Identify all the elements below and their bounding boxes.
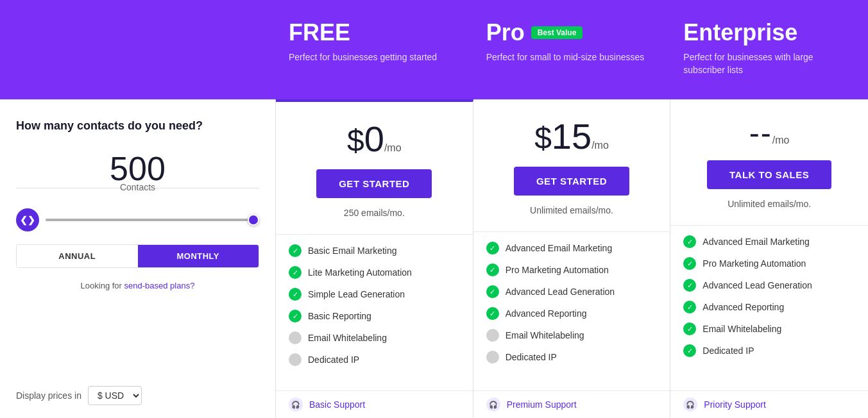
- pro-price-number: 15: [552, 116, 591, 156]
- disabled-icon: [486, 351, 499, 364]
- enterprise-feature-label-2: Pro Marketing Automation: [702, 258, 806, 269]
- slider-chevron-icon: ❮❯: [20, 215, 35, 225]
- send-based-text: Looking for send-based plans?: [16, 281, 259, 290]
- check-icon: ✓: [289, 266, 302, 279]
- pro-feature-5: Email Whitelabeling: [486, 329, 658, 342]
- enterprise-feature-5: ✓ Email Whitelabeling: [683, 322, 855, 335]
- best-value-badge: Best Value: [531, 26, 583, 39]
- pro-title-text: Pro: [486, 19, 525, 46]
- free-feature-label-5: Email Whitelabeling: [308, 333, 387, 343]
- enterprise-cta-button[interactable]: TALK TO SALES: [707, 160, 831, 189]
- monthly-toggle-btn[interactable]: MONTHLY: [138, 245, 259, 267]
- pro-features-section: ✓ Advanced Email Marketing ✓ Pro Marketi…: [473, 232, 670, 373]
- pro-price-display: $15/mo: [486, 115, 658, 157]
- free-plan-title: free: [289, 19, 461, 46]
- check-icon: ✓: [486, 285, 499, 298]
- enterprise-feature-3: ✓ Advanced Lead Generation: [683, 279, 855, 292]
- header-empty-cell: [0, 13, 276, 87]
- free-feature-3: ✓ Simple Lead Generation: [289, 288, 460, 301]
- enterprise-header-cell: Enterprise Perfect for businesses with l…: [670, 13, 868, 87]
- free-price-symbol: $: [347, 124, 364, 158]
- header-row: free Perfect for businesses getting star…: [0, 0, 868, 99]
- check-icon: ✓: [289, 288, 302, 301]
- enterprise-price-per: /mo: [772, 135, 790, 146]
- left-panel: How many contacts do you need? 500 Conta…: [0, 99, 276, 418]
- check-icon: ✓: [683, 301, 696, 314]
- slider-wrapper: ❮❯: [16, 208, 259, 231]
- free-feature-label-2: Lite Marketing Automation: [308, 267, 412, 278]
- page-wrapper: free Perfect for businesses getting star…: [0, 0, 868, 418]
- currency-select[interactable]: $ USD: [88, 386, 142, 405]
- pro-support-label: Premium Support: [507, 399, 577, 410]
- pro-feature-label-1: Advanced Email Marketing: [506, 243, 613, 253]
- pro-plan-column: $15/mo GET STARTED Unlimited emails/mo. …: [473, 99, 671, 418]
- disabled-icon: [486, 329, 499, 342]
- free-plan-column: $0/mo GET STARTED 250 emails/mo. ✓ Basic…: [276, 99, 473, 418]
- send-based-link[interactable]: send-based plans?: [124, 281, 195, 290]
- pro-price-symbol: $: [534, 121, 552, 155]
- free-cta-button[interactable]: GET STARTED: [316, 169, 432, 198]
- enterprise-plan-subtitle: Perfect for businesses with large subscr…: [683, 51, 855, 76]
- check-icon: ✓: [486, 263, 499, 276]
- slider-track[interactable]: [46, 219, 259, 221]
- slider-thumb: [248, 214, 259, 226]
- annual-toggle-btn[interactable]: ANNUAL: [17, 245, 138, 267]
- free-price-number: 0: [364, 119, 384, 159]
- enterprise-feature-6: ✓ Dedicated IP: [683, 344, 855, 357]
- free-emails: 250 emails/mo.: [289, 208, 460, 218]
- pro-header-cell: Pro Best Value Perfect for small to mid-…: [473, 13, 671, 87]
- pro-feature-3: ✓ Advanced Lead Generation: [486, 285, 658, 298]
- enterprise-feature-label-6: Dedicated IP: [702, 346, 754, 356]
- enterprise-features-section: ✓ Advanced Email Marketing ✓ Pro Marketi…: [670, 226, 868, 367]
- pro-plan-title: Pro Best Value: [486, 19, 658, 46]
- slider-button[interactable]: ❮❯: [16, 208, 39, 231]
- free-price-display: $0/mo: [289, 118, 460, 160]
- currency-label: Display prices in: [16, 390, 81, 401]
- free-support-icon: 🎧: [289, 397, 303, 412]
- free-feature-5: Email Whitelabeling: [289, 331, 460, 344]
- enterprise-feature-label-1: Advanced Email Marketing: [702, 237, 810, 247]
- pro-feature-6: Dedicated IP: [486, 351, 658, 364]
- send-based-prefix: Looking for: [81, 281, 124, 290]
- disabled-icon: [289, 353, 302, 366]
- check-icon: ✓: [486, 307, 499, 320]
- enterprise-support-item: 🎧 Priority Support: [670, 390, 868, 418]
- free-price-section: $0/mo GET STARTED 250 emails/mo.: [276, 102, 473, 235]
- check-icon: ✓: [683, 322, 696, 335]
- enterprise-price-section: --/mo TALK TO SALES Unlimited emails/mo.: [670, 99, 868, 226]
- pro-feature-2: ✓ Pro Marketing Automation: [486, 263, 658, 276]
- enterprise-support-label: Priority Support: [704, 399, 765, 410]
- enterprise-feature-label-3: Advanced Lead Generation: [702, 280, 812, 290]
- free-support-label: Basic Support: [309, 399, 365, 410]
- free-title-text: free: [289, 19, 350, 46]
- main-row: How many contacts do you need? 500 Conta…: [0, 99, 868, 418]
- enterprise-feature-2: ✓ Pro Marketing Automation: [683, 257, 855, 270]
- enterprise-price-display: --/mo: [683, 115, 855, 151]
- free-support-item: 🎧 Basic Support: [276, 390, 473, 418]
- enterprise-feature-label-5: Email Whitelabeling: [702, 324, 781, 334]
- free-feature-6: Dedicated IP: [289, 353, 460, 366]
- enterprise-feature-4: ✓ Advanced Reporting: [683, 301, 855, 314]
- enterprise-support-icon: 🎧: [683, 397, 697, 412]
- slider-fill: [46, 219, 259, 221]
- pro-plan-subtitle: Perfect for small to mid-size businesses: [486, 51, 658, 64]
- check-icon: ✓: [289, 310, 302, 322]
- free-feature-label-4: Basic Reporting: [308, 311, 371, 321]
- contacts-question: How many contacts do you need?: [16, 119, 259, 133]
- enterprise-title-text: Enterprise: [683, 19, 797, 46]
- free-feature-2: ✓ Lite Marketing Automation: [289, 266, 460, 279]
- pro-cta-button[interactable]: GET STARTED: [514, 167, 629, 196]
- enterprise-emails: Unlimited emails/mo.: [683, 199, 855, 209]
- currency-row: Display prices in $ USD: [16, 386, 142, 405]
- pro-feature-label-2: Pro Marketing Automation: [506, 265, 609, 275]
- free-feature-1: ✓ Basic Email Marketing: [289, 244, 460, 257]
- contacts-label: Contacts: [16, 182, 259, 192]
- pro-price-section: $15/mo GET STARTED Unlimited emails/mo.: [473, 99, 670, 232]
- free-header-cell: free Perfect for businesses getting star…: [276, 13, 473, 87]
- billing-toggle: ANNUAL MONTHLY: [16, 244, 259, 268]
- check-icon: ✓: [289, 244, 302, 257]
- pro-feature-label-5: Email Whitelabeling: [506, 330, 584, 340]
- free-features-section: ✓ Basic Email Marketing ✓ Lite Marketing…: [276, 235, 473, 376]
- pro-feature-1: ✓ Advanced Email Marketing: [486, 242, 658, 255]
- free-feature-4: ✓ Basic Reporting: [289, 310, 460, 322]
